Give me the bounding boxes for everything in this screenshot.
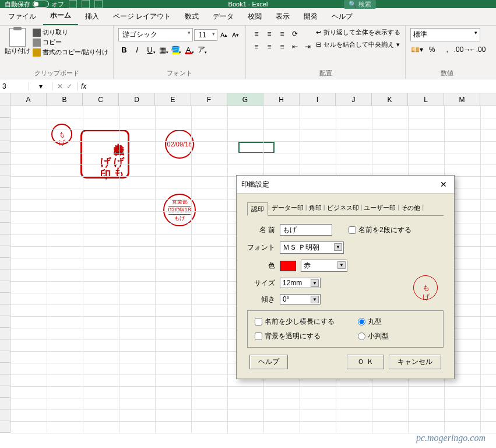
number-format-select[interactable]: 標準: [410, 28, 480, 41]
ribbon-tab-0[interactable]: ファイル: [1, 8, 43, 25]
column-header[interactable]: C: [83, 93, 119, 106]
row-header[interactable]: [0, 153, 10, 164]
font-select[interactable]: ＭＳ Ｐ明朝: [280, 242, 344, 254]
ribbon-tab-2[interactable]: 挿入: [78, 8, 106, 25]
color-select[interactable]: 赤: [301, 260, 347, 272]
column-header[interactable]: J: [336, 93, 372, 106]
row-header[interactable]: [0, 270, 10, 281]
ribbon-tab-1[interactable]: ホーム: [43, 7, 78, 25]
row-header[interactable]: [0, 235, 10, 246]
name-input[interactable]: [280, 224, 332, 236]
align-middle-button[interactable]: ≡: [263, 28, 275, 40]
name-box[interactable]: 3: [0, 82, 29, 90]
row-header[interactable]: [0, 200, 10, 211]
column-header[interactable]: E: [155, 93, 191, 106]
paste-button[interactable]: 貼り付け: [5, 28, 30, 68]
font-size-select[interactable]: 11: [194, 29, 217, 41]
row-header[interactable]: [0, 421, 10, 433]
slightly-wide-checkbox[interactable]: 名前を少し横長にする: [255, 317, 335, 327]
row-header[interactable]: [0, 176, 10, 188]
increase-font-button[interactable]: A▴: [219, 29, 229, 41]
column-header[interactable]: B: [47, 93, 83, 106]
decrease-decimal-button[interactable]: ←.00: [471, 44, 484, 55]
orientation-button[interactable]: ⟳: [289, 28, 301, 40]
align-right-button[interactable]: ≡: [276, 41, 288, 52]
dialog-tab-2[interactable]: 角印: [308, 202, 323, 215]
row-header[interactable]: [0, 246, 10, 258]
copy-button[interactable]: コピー: [33, 38, 108, 47]
row-header[interactable]: [0, 106, 10, 118]
align-top-button[interactable]: ≡: [251, 28, 262, 40]
row-header[interactable]: [0, 130, 10, 141]
row-header[interactable]: [0, 293, 10, 304]
align-left-button[interactable]: ≡: [251, 41, 262, 52]
ribbon-tab-9[interactable]: ヘルプ: [325, 8, 360, 25]
increase-decimal-button[interactable]: .00→: [456, 44, 469, 55]
select-all-corner[interactable]: [0, 93, 10, 106]
row-header[interactable]: [0, 281, 10, 293]
column-header[interactable]: I: [300, 93, 336, 106]
row-header[interactable]: [0, 304, 10, 316]
size-select[interactable]: 12mm: [280, 278, 321, 288]
row-header[interactable]: [0, 410, 10, 421]
comma-button[interactable]: ,: [441, 44, 453, 55]
row-header[interactable]: [0, 211, 10, 223]
row-header[interactable]: [0, 398, 10, 410]
phonetic-button[interactable]: ア: [195, 44, 207, 55]
dialog-tab-4[interactable]: ユーザー印: [363, 202, 397, 215]
tilt-select[interactable]: 0°: [280, 294, 321, 304]
row-header[interactable]: [0, 386, 10, 398]
transparent-bg-input[interactable]: [255, 332, 262, 340]
cancel-button[interactable]: キャンセル: [389, 355, 441, 369]
merge-center-button[interactable]: ⊟セルを結合して中央揃え▾: [316, 40, 400, 49]
row-header[interactable]: [0, 118, 10, 130]
row-header[interactable]: [0, 363, 10, 374]
dialog-tab-0[interactable]: 認印: [247, 202, 268, 216]
column-header[interactable]: H: [263, 93, 300, 106]
row-header[interactable]: [0, 223, 10, 235]
enter-formula-icon[interactable]: ✓: [66, 82, 72, 90]
two-lines-check-input[interactable]: [349, 226, 356, 234]
cut-button[interactable]: 切り取り: [33, 28, 108, 37]
format-painter-button[interactable]: 書式のコピー/貼り付け: [33, 48, 108, 57]
search-box[interactable]: 🔍 検索: [344, 0, 376, 9]
ribbon-tab-7[interactable]: 表示: [269, 8, 297, 25]
row-header[interactable]: [0, 328, 10, 340]
column-header[interactable]: A: [10, 93, 47, 106]
dialog-tab-5[interactable]: その他: [400, 202, 421, 215]
transparent-bg-checkbox[interactable]: 背景を透明にする: [255, 331, 335, 341]
column-header[interactable]: L: [408, 93, 444, 106]
round-radio-input[interactable]: [358, 318, 365, 326]
column-header[interactable]: G: [227, 93, 263, 106]
close-icon[interactable]: ✕: [438, 178, 449, 190]
border-button[interactable]: ▦: [157, 44, 168, 55]
column-header[interactable]: M: [444, 93, 480, 106]
dialog-tab-3[interactable]: ビジネス印: [326, 202, 360, 215]
fill-color-button[interactable]: 🪣: [170, 44, 181, 55]
ribbon-tab-8[interactable]: 開発: [297, 8, 325, 25]
underline-button[interactable]: U: [144, 44, 156, 55]
row-header[interactable]: [0, 164, 10, 176]
stamp-date-round[interactable]: 02/09/18: [165, 130, 194, 159]
decrease-indent-button[interactable]: ⇤: [289, 41, 301, 52]
row-header[interactable]: [0, 340, 10, 351]
percent-button[interactable]: %: [425, 44, 438, 55]
dialog-tab-1[interactable]: データー印: [270, 202, 305, 215]
cancel-formula-icon[interactable]: ✕: [57, 82, 63, 90]
decrease-font-button[interactable]: A▾: [230, 29, 241, 41]
two-lines-checkbox[interactable]: 名前を2段にする: [349, 225, 411, 235]
redo-icon[interactable]: [94, 0, 103, 8]
column-header[interactable]: F: [191, 93, 227, 106]
increase-indent-button[interactable]: ⇥: [302, 41, 314, 52]
row-header[interactable]: [0, 316, 10, 328]
dialog-titlebar[interactable]: 印鑑設定 ✕: [237, 176, 454, 194]
font-name-select[interactable]: 游ゴシック: [118, 28, 193, 41]
column-header[interactable]: D: [119, 93, 155, 106]
fx-label[interactable]: fx: [78, 82, 90, 90]
row-header[interactable]: [0, 188, 10, 200]
ribbon-tab-5[interactable]: データ: [206, 8, 241, 25]
row-header[interactable]: [0, 351, 10, 363]
bold-button[interactable]: B: [118, 44, 130, 55]
row-header[interactable]: [0, 141, 10, 153]
help-button[interactable]: ヘルプ: [249, 355, 288, 369]
